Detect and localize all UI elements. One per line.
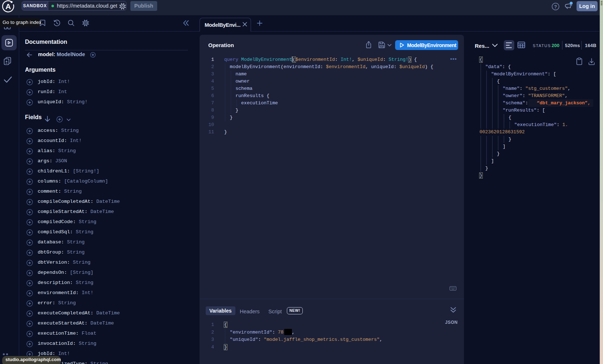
svg-text:?: ? (554, 4, 557, 9)
svg-text:A: A (5, 2, 11, 11)
